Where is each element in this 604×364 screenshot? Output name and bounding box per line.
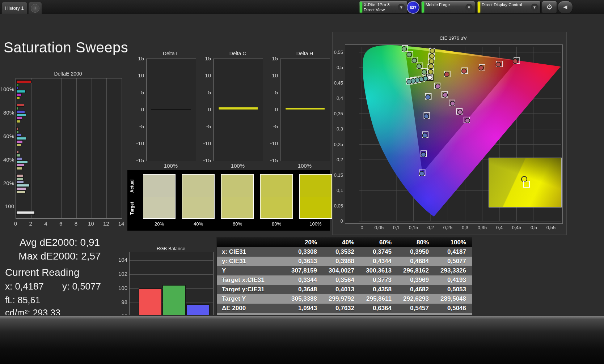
table-row: Target x:CIE310,33440,35640,37730,39690,… [217,275,472,285]
y-tick-label: -10 [265,140,278,146]
row-label: x: CIE31 [217,247,286,257]
cell: 0,3950 [397,247,435,257]
meter-count-badge[interactable]: 637 [407,1,419,14]
meter-dropdown[interactable]: X-Rite i1Pro 3Direct View ▼ [359,1,407,14]
page-title: Saturation Sweeps [4,39,128,56]
measured-blue [419,171,424,176]
source-name: Mobile Forge [426,2,450,7]
deltae2000-chart-title: DeltaE 2000 [14,71,122,77]
cie-x-tick: 0,35 [474,225,490,230]
measured-red [444,72,449,77]
delta_h-bar [285,108,325,110]
gridline [280,144,330,144]
cell: 295,8611 [360,294,397,304]
settings-button[interactable]: ⚙ [542,1,557,14]
avg-de2000: Avg dE2000: 0,91 [0,237,119,248]
y-tick-label: -15 [131,157,144,163]
bar-magenta [16,117,22,120]
plus-icon: + [31,4,39,13]
cell: 0,3344 [286,275,323,285]
y-tick-label: 98 [114,299,127,305]
measured-magenta [443,93,448,97]
reading-x: x: 0,4187 [5,281,44,292]
cie-x-tick: 0,05 [371,225,387,230]
gridline [214,76,263,76]
swatch-100% [299,174,332,219]
swatch-60% [221,174,254,219]
y-tick-label: 104 [114,257,127,263]
gridline [280,127,330,127]
bar-blue [16,110,25,113]
bar-blue [16,87,18,90]
white-point-measured [428,75,432,80]
gridline [147,127,196,127]
y-tick-label: 15 [265,55,278,61]
gear-icon: ⚙ [546,3,553,11]
cie-x-tick: 0,55 [543,225,559,230]
gridline [280,93,330,93]
delta_l-bar [151,109,191,110]
cie-y-tick: 0,55 [325,50,343,55]
measured-yellow [429,59,434,64]
bar-green [16,154,20,157]
cell: 0,5046 [435,304,472,313]
bar-red [16,174,24,177]
cie-x-tick: 0,2 [423,225,439,230]
add-tab-button[interactable]: + [28,2,42,14]
bar-blue [16,134,21,137]
cie-x-tick: 0,25 [440,225,456,230]
bottom-bar: ▲ 20%40%60%80%100% ▲ ■▶H∞⟳◯ « Back Next … [0,315,604,364]
group-label: 60% [0,133,14,139]
row-label: Target Y [217,294,286,304]
actual-row-label: Actual [130,176,135,196]
y-tick-label: 0 [131,106,144,112]
cell: 0,5457 [397,304,435,313]
collapse-panel-button[interactable]: ◀ [558,1,573,14]
bar-yellow [16,120,20,123]
x-tick-label: 10 [86,220,97,227]
meter-status-stripe [360,2,362,13]
delta_c-chart [213,59,263,161]
cie-zoom-inset [489,158,562,207]
swatch-80% [260,174,293,219]
display-control-dropdown[interactable]: Direct Display Control ▼ [477,1,541,14]
target-swatch [300,197,331,219]
actual-swatch [300,175,331,197]
y-tick-label: 15 [131,55,144,61]
cell: 304,0027 [323,266,360,275]
group-label: 100% [0,86,14,92]
measured-blue [424,114,429,119]
bar-cyan [16,160,28,163]
cie-x-tick: 0,15 [406,225,422,230]
bar-cyan [16,90,26,93]
cie-y-tick: 0,35 [325,111,343,116]
cie-x-tick: 0,45 [509,225,525,230]
measured-cyan [407,80,411,84]
measured-green [407,52,411,57]
current-reading-label: Current Reading [5,267,79,278]
cell: 0,5053 [435,285,472,294]
gridline [214,93,263,93]
table-row: y: CIE310,36130,39880,43440,46840,5077 [217,257,472,266]
measured-yellow [430,48,435,53]
bar-cyan [16,184,30,187]
measured-green [422,70,427,74]
source-dropdown[interactable]: Mobile Forge ▼ [421,1,475,14]
cie-x-tick: 0,1 [388,225,404,230]
measured-blue [421,152,426,157]
group-label: 20% [0,180,14,186]
cie-y-tick: 0,25 [325,142,343,147]
cell: 0,3532 [323,247,360,257]
swatch-label: 20% [143,221,176,227]
tab-history-1[interactable]: History 1 [1,2,28,14]
measured-magenta [435,84,440,89]
y-tick-label: 0 [265,106,278,112]
x-axis-label: 100% [146,163,195,169]
y-tick-label: 15 [198,55,211,61]
measured-magenta [465,118,470,123]
bar-magenta [16,140,23,143]
y-tick-label: 10 [131,72,144,78]
gridline [147,93,196,93]
measured-magenta [458,110,462,115]
cie-x-tick: 0,3 [457,225,473,230]
